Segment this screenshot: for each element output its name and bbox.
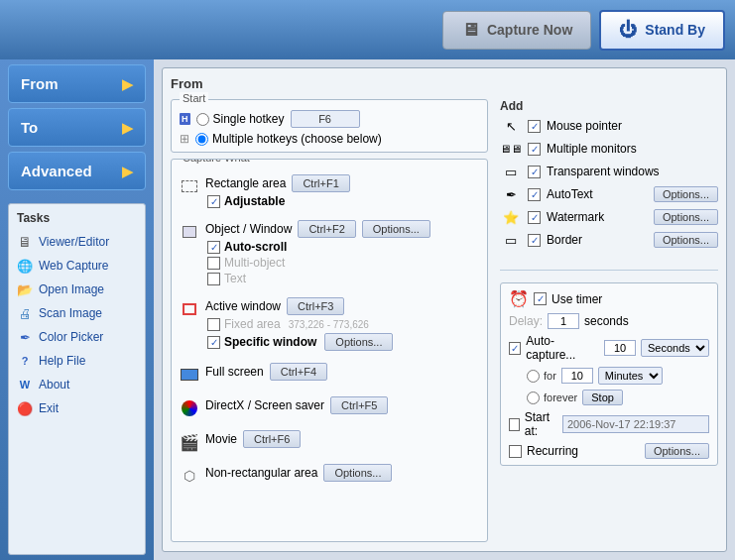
- multiple-monitors-checkbox[interactable]: [528, 143, 541, 156]
- task-help-label: Help File: [39, 354, 85, 368]
- adjustable-checkbox[interactable]: [207, 195, 220, 208]
- sidebar-item-viewer[interactable]: 🖥 Viewer/Editor: [9, 230, 145, 254]
- border-options-btn[interactable]: Options...: [654, 232, 718, 248]
- active-hotkey-btn[interactable]: Ctrl+F3: [287, 297, 344, 315]
- rect-hotkey-btn[interactable]: Ctrl+F1: [292, 174, 349, 192]
- border-icon: ▭: [500, 231, 522, 249]
- stop-button[interactable]: Stop: [582, 390, 623, 405]
- active-label: Active window: [205, 299, 281, 313]
- for-val-input[interactable]: [561, 368, 593, 384]
- hotkey-icon: H: [180, 113, 190, 125]
- auto-capture-val[interactable]: [604, 340, 636, 356]
- sidebar-item-web[interactable]: 🌐 Web Capture: [9, 254, 145, 278]
- help-icon: ?: [17, 353, 33, 369]
- auto-capture-checkbox[interactable]: [509, 342, 521, 355]
- rect-icon: [180, 176, 199, 196]
- start-at-checkbox[interactable]: [509, 418, 520, 431]
- multiple-hotkeys-option[interactable]: Multiple hotkeys (choose below): [195, 132, 382, 146]
- specific-window-label: Specific window: [224, 335, 316, 349]
- recurring-options-btn[interactable]: Options...: [645, 443, 709, 459]
- transparent-windows-checkbox[interactable]: [528, 166, 541, 178]
- capture-movie-main: Movie Ctrl+F6: [205, 430, 479, 448]
- recurring-checkbox[interactable]: [509, 445, 522, 458]
- folder-icon: 📂: [17, 281, 33, 297]
- watermark-icon: ⭐: [500, 208, 522, 226]
- monitor-icon: 🖥: [461, 20, 479, 41]
- capture-now-button[interactable]: 🖥 Capture Now: [442, 11, 591, 50]
- capture-active-main: Active window Ctrl+F3 Fixed area 373,226…: [205, 297, 479, 351]
- content-area: From Start H Single hotkey F6: [154, 59, 735, 560]
- full-label: Full screen: [205, 365, 264, 379]
- advanced-nav-button[interactable]: Advanced ▶: [8, 152, 146, 190]
- watermark-label: Watermark: [547, 210, 604, 224]
- sidebar-item-picker[interactable]: ✒ Color Picker: [9, 325, 145, 349]
- from-nav-button[interactable]: From ▶: [8, 64, 146, 103]
- single-hotkey-option[interactable]: Single hotkey: [196, 112, 285, 126]
- for-label: for: [544, 370, 556, 382]
- picker-icon: ✒: [17, 329, 33, 345]
- multiobject-checkbox[interactable]: [207, 257, 220, 270]
- to-arrow-icon: ▶: [122, 120, 133, 136]
- delay-input[interactable]: [548, 313, 579, 329]
- sidebar-item-about[interactable]: W About: [9, 373, 145, 396]
- dx-hotkey-btn[interactable]: Ctrl+F5: [330, 396, 388, 414]
- specific-window-checkbox[interactable]: [207, 336, 220, 349]
- add-title: Add: [500, 99, 718, 113]
- for-option[interactable]: for: [527, 370, 556, 383]
- nonrect-icon: ⬡: [180, 466, 199, 486]
- monitors-icon: 🖥🖥: [500, 140, 522, 158]
- dx-label: DirectX / Screen saver: [205, 398, 324, 412]
- nonrect-options-btn[interactable]: Options...: [323, 464, 392, 482]
- auto-capture-unit-select[interactable]: Seconds Minutes: [641, 339, 709, 357]
- window-options-btn[interactable]: Options...: [362, 220, 430, 238]
- for-unit-select[interactable]: Minutes Hours: [598, 367, 663, 385]
- fixed-area-checkbox[interactable]: [207, 318, 220, 331]
- window-hotkey-btn[interactable]: Ctrl+F2: [298, 220, 355, 238]
- delay-unit: seconds: [584, 314, 629, 328]
- to-nav-button[interactable]: To ▶: [8, 108, 146, 147]
- forever-option[interactable]: forever: [527, 392, 577, 404]
- multiple-hotkeys-radio[interactable]: [195, 133, 208, 146]
- capture-active-row: Active window Ctrl+F3 Fixed area 373,226…: [180, 294, 479, 354]
- autotext-checkbox[interactable]: [528, 188, 541, 201]
- autoscroll-checkbox[interactable]: [207, 241, 220, 254]
- movie-hotkey-btn[interactable]: Ctrl+F6: [243, 430, 301, 448]
- globe-icon: 🌐: [17, 258, 33, 274]
- watermark-options-btn[interactable]: Options...: [654, 209, 718, 225]
- capture-now-label: Capture Now: [487, 22, 572, 38]
- stand-by-button[interactable]: ⏻ Stand By: [599, 10, 725, 51]
- task-viewer-label: Viewer/Editor: [39, 235, 109, 249]
- capture-nonrect-main: Non-rectangular area Options...: [205, 464, 479, 482]
- transparent-icon: ▭: [500, 163, 522, 180]
- start-at-label: Start at:: [525, 410, 557, 438]
- start-at-input[interactable]: [562, 415, 709, 433]
- start-group: Start H Single hotkey F6 ⊞: [171, 99, 488, 153]
- single-hotkey-radio[interactable]: [196, 113, 209, 126]
- sidebar-item-scan[interactable]: 🖨 Scan Image: [9, 301, 145, 325]
- movie-icon: 🎬: [180, 432, 199, 452]
- full-hotkey-btn[interactable]: Ctrl+F4: [270, 363, 327, 381]
- autotext-options-btn[interactable]: Options...: [654, 186, 718, 202]
- capture-what-label: Capture What: [180, 159, 253, 164]
- word-icon: W: [17, 377, 33, 392]
- text-checkbox[interactable]: [207, 273, 220, 285]
- advanced-label: Advanced: [21, 163, 92, 179]
- watermark-checkbox[interactable]: [528, 211, 541, 224]
- use-timer-checkbox[interactable]: [534, 292, 547, 305]
- nonrect-label: Non-rectangular area: [205, 466, 317, 480]
- border-checkbox[interactable]: [528, 234, 541, 247]
- sidebar-item-open[interactable]: 📂 Open Image: [9, 278, 145, 301]
- for-radio[interactable]: [527, 370, 540, 383]
- capture-full-row: Full screen Ctrl+F4: [180, 360, 479, 388]
- from-arrow-icon: ▶: [122, 76, 133, 92]
- fixed-coords: 373,226 - 773,626: [289, 319, 369, 330]
- multiple-hotkeys-label: Multiple hotkeys (choose below): [212, 132, 382, 146]
- sidebar-item-exit[interactable]: 🔴 Exit: [9, 396, 145, 420]
- mouse-pointer-checkbox[interactable]: [528, 120, 541, 133]
- forever-radio[interactable]: [527, 392, 540, 404]
- active-icon: [180, 299, 199, 319]
- task-scan-label: Scan Image: [39, 306, 102, 320]
- sidebar-item-help[interactable]: ? Help File: [9, 349, 145, 373]
- right-section: Add ↖ Mouse pointer 🖥🖥 Multiple monitors: [500, 99, 718, 542]
- specific-options-btn[interactable]: Options...: [324, 333, 393, 351]
